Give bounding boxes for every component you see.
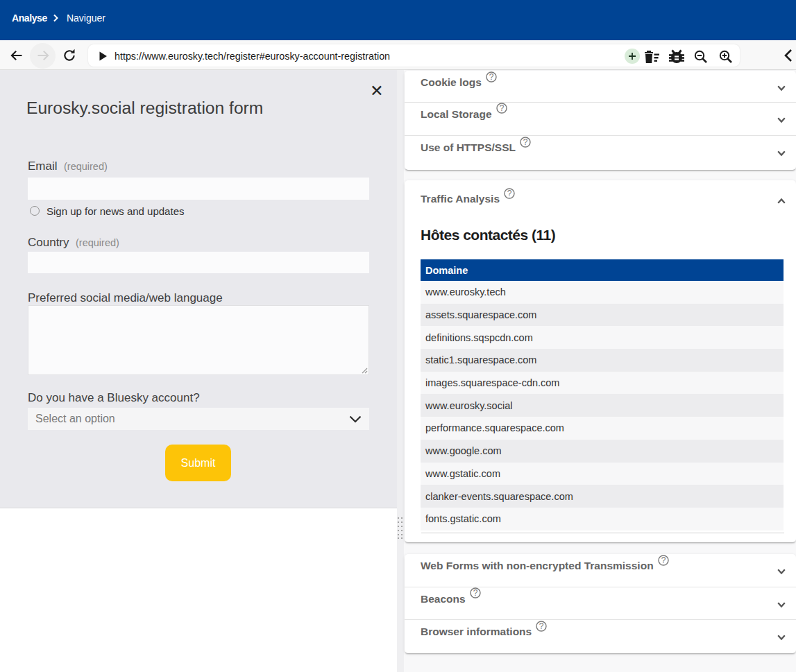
svg-text:?: ? <box>523 137 528 147</box>
svg-text:?: ? <box>539 621 544 631</box>
svg-text:?: ? <box>489 72 494 82</box>
svg-text:?: ? <box>661 555 666 565</box>
svg-text:?: ? <box>473 589 477 598</box>
svg-text:?: ? <box>499 104 504 114</box>
svg-text:?: ? <box>507 189 512 198</box>
